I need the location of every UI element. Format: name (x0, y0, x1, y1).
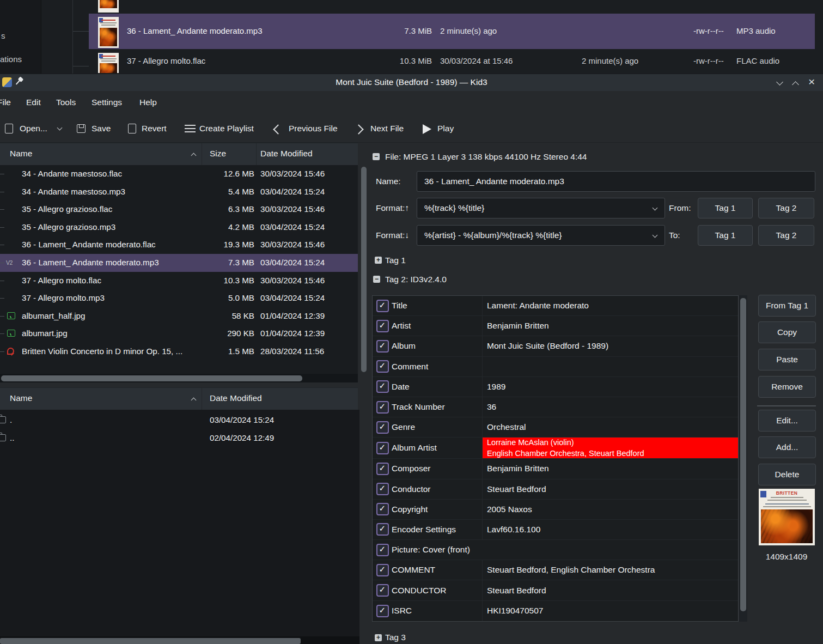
frame-row[interactable]: Title Lament: Andante moderato (373, 296, 738, 316)
paste-button[interactable]: Paste (758, 349, 816, 370)
table-vscrollbar[interactable] (740, 298, 746, 611)
open-button[interactable]: Open... (2, 119, 70, 138)
format-to-filename-combobox[interactable]: %{artist} - %{album}/%{track} %{title} (417, 225, 665, 246)
frame-value-error[interactable]: Lorraine McAslan (violin) English Chambe… (482, 438, 738, 458)
frame-row[interactable]: Artist Benjamin Britten (373, 316, 738, 336)
remove-button[interactable]: Remove (758, 376, 816, 398)
open-dropdown-icon[interactable] (57, 125, 63, 131)
frame-checkbox[interactable] (376, 300, 389, 312)
tag2-section-label[interactable]: Tag 2: ID3v2.4.0 (385, 275, 447, 284)
frame-row[interactable]: Comment (373, 357, 738, 377)
frame-value[interactable] (482, 357, 738, 376)
file-row[interactable]: 37 - Allegro molto.mp35.0 MB03/04/2024 1… (0, 289, 358, 307)
delete-button[interactable]: Delete (758, 464, 816, 485)
frame-value[interactable]: 2005 Naxos (482, 500, 738, 519)
frame-row[interactable]: COMMENT Steuart Bedford, English Chamber… (373, 560, 738, 580)
previous-file-button[interactable]: Previous File (270, 119, 355, 138)
combobox-arrow-icon[interactable] (653, 205, 658, 211)
file-row[interactable]: 35 - Allegro grazioso.mp34.2 MB03/04/202… (0, 218, 358, 236)
frame-value[interactable]: Orchestral (482, 417, 738, 437)
titlebar[interactable]: Mont Juic Suite (Bedford - 1989) — Kid3 (0, 74, 823, 91)
frame-row[interactable]: ISRC HKI190470507 (373, 601, 738, 621)
tag3-section-label[interactable]: Tag 3 (385, 633, 406, 642)
frame-row[interactable]: Encoder Settings Lavf60.16.100 (373, 520, 738, 540)
next-file-button[interactable]: Next File (352, 119, 414, 138)
frame-value[interactable]: Lavf60.16.100 (482, 520, 738, 539)
frame-checkbox[interactable] (376, 544, 389, 556)
column-date-modified[interactable]: Date Modified (210, 393, 262, 403)
to-tag1-button[interactable]: Tag 1 (698, 225, 753, 246)
frame-checkbox[interactable] (376, 605, 389, 617)
frame-value[interactable]: Benjamin Britten (482, 459, 738, 478)
from-tag1-frames-button[interactable]: From Tag 1 (758, 295, 816, 317)
tag2-section-expander[interactable] (373, 276, 380, 283)
revert-button[interactable]: Revert (125, 119, 173, 138)
frame-checkbox[interactable] (376, 564, 389, 576)
frame-row[interactable]: Composer Benjamin Britten (373, 459, 738, 479)
file-section-expander[interactable] (373, 153, 380, 160)
frame-value[interactable] (506, 540, 738, 560)
file-row[interactable]: 34 - Andante maestoso.mp35.4 MB03/04/202… (0, 183, 358, 201)
frame-row[interactable]: CONDUCTOR Steuart Bedford (373, 580, 738, 600)
edit-button[interactable]: Edit... (758, 410, 816, 432)
from-tag1-button[interactable]: Tag 1 (698, 198, 753, 218)
frame-checkbox[interactable] (376, 483, 389, 495)
column-name[interactable]: Name (10, 393, 32, 403)
frame-row-album-artist[interactable]: Album Artist Lorraine McAslan (violin) E… (373, 438, 738, 459)
frame-row[interactable]: Conductor Steuart Bedford (373, 479, 738, 500)
fm-row-selected[interactable]: 36 - Lament_ Andante moderato.mp3 7.3 Mi… (89, 14, 815, 49)
frame-checkbox[interactable] (376, 360, 389, 373)
frame-checkbox[interactable] (376, 523, 389, 536)
frame-value[interactable]: 36 (482, 397, 738, 417)
frame-value[interactable]: 1989 (482, 377, 738, 397)
save-button[interactable]: Save (74, 119, 115, 138)
tag3-section-expander[interactable] (375, 634, 382, 641)
fm-place-label[interactable]: ations (0, 54, 22, 64)
frame-row[interactable]: Track Number 36 (373, 397, 738, 417)
file-row[interactable]: albumart.jpg290 KB01/04/2024 12:39 (0, 325, 358, 343)
play-button[interactable]: Play (419, 119, 460, 138)
from-tag2-button[interactable]: Tag 2 (758, 198, 814, 218)
column-date-modified[interactable]: Date Modified (260, 149, 313, 159)
frame-checkbox[interactable] (376, 340, 389, 353)
to-tag2-button[interactable]: Tag 2 (758, 225, 814, 246)
menu-tools[interactable]: Tools (56, 98, 76, 107)
file-row[interactable]: 36 - Lament_ Andante moderato.flac19.3 M… (0, 236, 358, 254)
fm-row[interactable]: 37 - Allegro molto.flac 10.3 MiB 30/03/2… (89, 49, 823, 74)
frame-checkbox[interactable] (376, 421, 389, 434)
frame-value[interactable]: Steuart Bedford (482, 479, 738, 499)
frame-row[interactable]: Album Mont Juic Suite (Bedford - 1989) (373, 336, 738, 356)
file-row[interactable]: 34 - Andante maestoso.flac12.6 MB30/03/2… (0, 165, 358, 183)
frame-value[interactable]: Benjamin Britten (482, 316, 738, 336)
fm-place-label[interactable]: s (1, 31, 5, 40)
menu-settings[interactable]: Settings (92, 98, 122, 107)
file-list-hscrollbar[interactable] (1, 375, 302, 381)
file-list-header[interactable]: Name Size Date Modified (0, 143, 358, 166)
create-playlist-button[interactable]: Create Playlist (182, 119, 261, 138)
frame-checkbox[interactable] (376, 401, 389, 414)
frame-checkbox[interactable] (376, 442, 389, 454)
combobox-arrow-icon[interactable] (653, 233, 658, 238)
dir-row[interactable]: . 03/04/2024 15:24 (0, 411, 359, 429)
close-button[interactable] (808, 76, 815, 87)
frame-row[interactable]: Picture: Cover (front) (373, 540, 738, 560)
frame-checkbox[interactable] (376, 463, 389, 475)
frame-value[interactable]: Lament: Andante moderato (482, 296, 738, 315)
file-row[interactable]: Britten Violin Concerto in D minor Op. 1… (0, 343, 358, 361)
menu-edit[interactable]: Edit (26, 98, 41, 107)
frame-checkbox[interactable] (376, 320, 389, 332)
file-row-selected[interactable]: V236 - Lament_ Andante moderato.mp37.3 M… (0, 254, 358, 272)
file-row[interactable]: albumart_half.jpg58 KB01/04/2024 12:39 (0, 307, 358, 325)
menu-help[interactable]: Help (139, 98, 157, 107)
frame-value[interactable]: Mont Juic Suite (Bedford - 1989) (482, 336, 738, 356)
frame-row[interactable]: Copyright 2005 Naxos (373, 500, 738, 520)
tag1-section-label[interactable]: Tag 1 (385, 256, 406, 265)
menu-file[interactable]: File (0, 98, 11, 107)
frame-checkbox[interactable] (376, 503, 389, 515)
dir-list-header[interactable]: Name Date Modified (0, 387, 358, 410)
copy-button[interactable]: Copy (758, 321, 816, 343)
column-size[interactable]: Size (210, 149, 226, 159)
frame-checkbox[interactable] (376, 584, 389, 597)
tag1-section-expander[interactable] (375, 257, 382, 264)
frame-row[interactable]: Genre Orchestral (373, 417, 738, 438)
